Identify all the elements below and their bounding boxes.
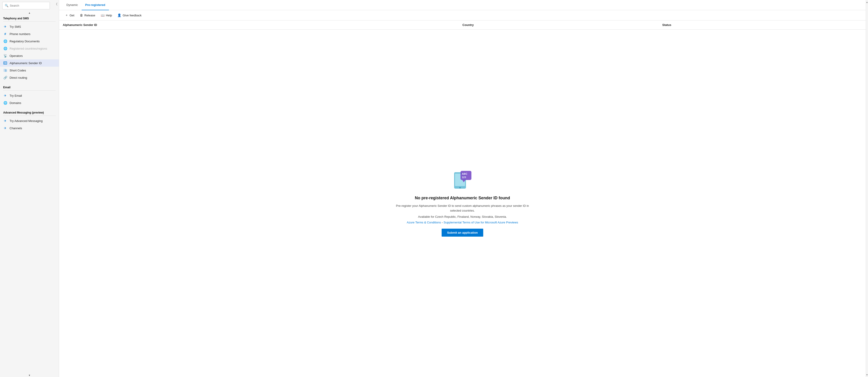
sidebar-item-label: Alphanumeric Sender ID (9, 61, 42, 65)
domains-icon: 🌐 (3, 101, 7, 105)
svg-rect-4 (5, 69, 7, 72)
collapse-sidebar-button[interactable]: 《 (54, 2, 58, 6)
svg-rect-8 (461, 171, 471, 180)
sidebar-item-operators[interactable]: 📡 Operators (0, 52, 59, 59)
svg-text:ABC: ABC (462, 172, 467, 175)
sidebar: 🔍 《 ▲ Telephony and SMS ✈ Try SMS # Phon… (0, 0, 59, 377)
sidebar-item-short-codes[interactable]: Short Codes (0, 67, 59, 74)
table-header: Alphanumeric Sender ID Country Status (59, 21, 866, 30)
svg-text:123: 123 (462, 176, 466, 179)
sidebar-item-phone-numbers[interactable]: # Phone numbers (0, 30, 59, 37)
empty-state-description2: Available for Czech Republic, Finaland, … (418, 214, 507, 219)
col-header-sender: Alphanumeric Sender ID (63, 23, 463, 27)
sidebar-item-domains[interactable]: 🌐 Domains (0, 99, 59, 107)
help-icon: 📖 (101, 13, 104, 17)
direct-routing-icon: 🔗 (3, 76, 7, 80)
release-button[interactable]: 🗑 Release (78, 12, 98, 18)
help-label: Help (106, 13, 112, 17)
sidebar-item-label: Registered countries/regions (9, 47, 47, 50)
alphanumeric-icon: A1 (3, 61, 7, 65)
sidebar-item-label: Short Codes (9, 69, 26, 72)
section-title-advanced-messaging: Advanced Messaging (preview) (0, 109, 59, 115)
toolbar: ＋ Get 🗑 Release 📖 Help 👤 Give feedback (59, 10, 866, 21)
registered-icon: 🌐 (3, 47, 7, 51)
scroll-down-arrow[interactable]: ▼ (0, 374, 59, 377)
help-button[interactable]: 📖 Help (98, 12, 114, 18)
feedback-button[interactable]: 👤 Give feedback (115, 12, 144, 18)
sidebar-item-try-email[interactable]: ✈ Try Email (0, 92, 59, 99)
release-icon: 🗑 (80, 13, 83, 17)
svg-point-7 (459, 187, 461, 188)
section-divider-email (3, 90, 56, 91)
svg-text:A1: A1 (4, 62, 6, 64)
empty-state-description1: Pre-register your Alphanumeric Sender ID… (392, 204, 533, 213)
get-button[interactable]: ＋ Get (63, 12, 76, 19)
release-label: Release (84, 13, 95, 17)
advanced-messaging-icon: ✈ (3, 119, 7, 123)
scrollbar-up[interactable]: ▲ (866, 0, 868, 4)
right-scrollbar: ▲ ▼ (866, 0, 868, 377)
scroll-up-arrow[interactable]: ▲ (0, 11, 59, 14)
sidebar-item-alphanumeric-sender-id[interactable]: A1 Alphanumeric Sender ID (0, 59, 59, 67)
sms-icon: ✈ (3, 25, 7, 29)
azure-terms-link[interactable]: Azure Terms & Conditions (407, 221, 441, 224)
search-input[interactable] (10, 4, 47, 7)
sidebar-item-label: Domains (9, 101, 21, 105)
sidebar-item-label: Operators (9, 54, 23, 58)
search-box[interactable]: 🔍 (2, 2, 50, 9)
submit-application-button[interactable]: Submit an application (442, 229, 483, 237)
scrollbar-down[interactable]: ▼ (866, 373, 868, 377)
main-content: Dynamic Pre-registered ＋ Get 🗑 Release 📖… (59, 0, 866, 377)
sidebar-scroll-area: Telephony and SMS ✈ Try SMS # Phone numb… (0, 14, 59, 374)
empty-state: ABC 123 No pre-registered Alphanumeric S… (59, 30, 866, 377)
sidebar-item-label: Regulatory Documents (9, 39, 39, 43)
sidebar-item-label: Channels (9, 126, 22, 130)
col-header-country: Country (463, 23, 662, 27)
tabs-bar: Dynamic Pre-registered (59, 0, 866, 10)
sidebar-item-try-advanced-messaging[interactable]: ✈ Try Advanced Messaging (0, 117, 59, 124)
section-divider-telephony (3, 21, 56, 22)
supplemental-terms-link[interactable]: Supplemental Terms of Use for Microsoft … (443, 221, 518, 224)
regulatory-icon: 🌐 (3, 39, 7, 43)
empty-state-icon: ABC 123 (452, 170, 473, 191)
sidebar-item-registered-countries: 🌐 Registered countries/regions (0, 45, 59, 52)
sidebar-item-label: Direct routing (9, 76, 27, 79)
section-title-telephony: Telephony and SMS (0, 14, 59, 21)
tab-dynamic[interactable]: Dynamic (63, 0, 82, 10)
sidebar-item-label: Try SMS (9, 25, 21, 28)
sidebar-item-direct-routing[interactable]: 🔗 Direct routing (0, 74, 59, 81)
empty-state-title: No pre-registered Alphanumeric Sender ID… (415, 196, 510, 200)
section-title-email: Email (0, 84, 59, 90)
tab-pre-registered[interactable]: Pre-registered (82, 0, 109, 10)
operators-icon: 📡 (3, 54, 7, 58)
sidebar-item-try-sms[interactable]: ✈ Try SMS (0, 23, 59, 30)
get-label: Get (70, 13, 74, 17)
email-icon: ✈ (3, 93, 7, 97)
sidebar-item-label: Try Email (9, 94, 22, 97)
sidebar-item-label: Try Advanced Messaging (9, 119, 42, 123)
search-icon: 🔍 (5, 4, 8, 7)
get-icon: ＋ (65, 13, 68, 17)
col-header-status: Status (662, 23, 862, 27)
empty-state-links: Azure Terms & Conditions - Supplemental … (407, 221, 518, 224)
short-codes-icon (3, 68, 7, 72)
sidebar-item-channels[interactable]: ✈ Channels (0, 124, 59, 132)
sidebar-item-label: Phone numbers (9, 32, 30, 36)
sidebar-item-regulatory-docs[interactable]: 🌐 Regulatory Documents (0, 37, 59, 45)
feedback-label: Give feedback (123, 13, 142, 17)
channels-icon: ✈ (3, 126, 7, 130)
hash-icon: # (3, 32, 7, 36)
feedback-icon: 👤 (117, 13, 121, 17)
